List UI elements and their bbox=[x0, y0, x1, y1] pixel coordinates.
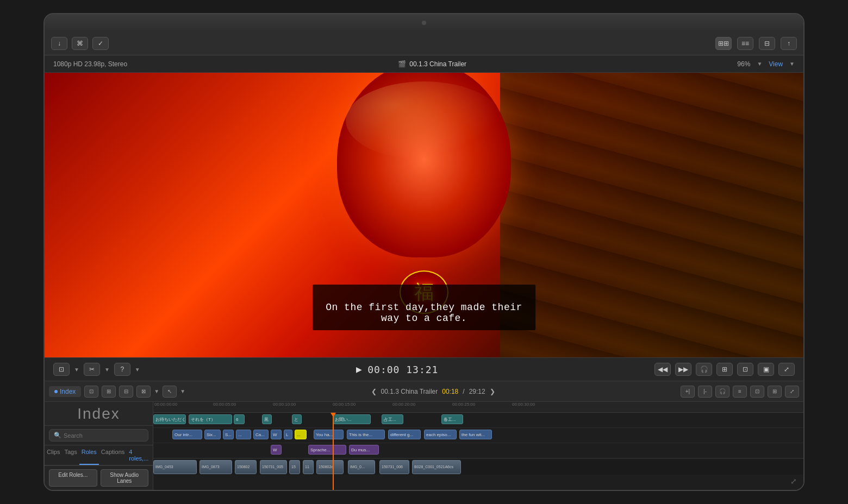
view-button[interactable]: View bbox=[769, 60, 783, 68]
insert-button[interactable]: ⊟ bbox=[119, 386, 133, 398]
zoom-fit-icon[interactable]: ⊡ bbox=[737, 363, 753, 376]
clip-block[interactable]: 占工... bbox=[382, 414, 403, 424]
media-clip[interactable]: 150731_006 bbox=[379, 460, 409, 474]
list-view-button[interactable]: ≡≡ bbox=[737, 37, 753, 50]
clip-block[interactable]: お待ちいただく... bbox=[153, 414, 186, 424]
grid-view-button[interactable]: ⊞⊞ bbox=[715, 37, 732, 50]
clip-appear-button[interactable]: ⊡ bbox=[750, 386, 764, 398]
headphone-icon[interactable]: 🎧 bbox=[696, 363, 712, 376]
check-button[interactable]: ✓ bbox=[92, 37, 109, 50]
clip-block[interactable]: different g... bbox=[388, 430, 421, 439]
video-preview: 福 On the first day,they made their way t… bbox=[45, 73, 803, 357]
download-button[interactable]: ↓ bbox=[51, 37, 67, 50]
clip-block[interactable]: This is the... bbox=[347, 430, 385, 439]
chevron-down-icon: ▼ bbox=[757, 61, 762, 67]
media-clips-row: IMG_0453 IMG_0873 150802 150731_005 15 1… bbox=[153, 458, 803, 475]
playback-center: ▶ 00:00 13:21 bbox=[356, 364, 438, 375]
audio-right-icon[interactable]: ▶▶ bbox=[675, 363, 691, 376]
channel-button[interactable]: ≡ bbox=[733, 386, 747, 398]
lantern-body bbox=[337, 73, 511, 257]
timeline-prev-icon[interactable]: ❮ bbox=[371, 388, 377, 395]
search-input[interactable] bbox=[64, 432, 144, 439]
clip-block[interactable]: それを（T） bbox=[189, 414, 232, 424]
index-title: Index bbox=[45, 402, 153, 426]
zoom-level: 96% bbox=[737, 60, 750, 68]
clip-block[interactable]: お聞い... bbox=[333, 414, 371, 424]
index-button[interactable]: Index bbox=[49, 386, 81, 397]
clip-block[interactable]: Our intr... bbox=[172, 430, 202, 439]
share-icon: ↑ bbox=[787, 40, 790, 47]
tab-roles[interactable]: Roles bbox=[79, 445, 99, 465]
clip-block[interactable]: Six... bbox=[204, 430, 221, 439]
trim-icon: ✂ bbox=[89, 366, 95, 373]
timecode-ruler: 00:00:00:00 00:00:05:00 00:00:10:00 00:0… bbox=[153, 402, 803, 413]
media-clip[interactable]: 150802c bbox=[316, 460, 344, 474]
video-format: 1080p HD 23.98p, Stereo bbox=[53, 60, 127, 68]
subtitle-text: On the first day,they made their way to … bbox=[326, 302, 522, 324]
connect-button[interactable]: ⊠ bbox=[136, 386, 151, 398]
track-clips-english: Our intr... Six... S... ... Ca... W L ..… bbox=[153, 428, 803, 443]
lantern bbox=[337, 73, 511, 279]
pointer-button[interactable]: ↖ bbox=[163, 386, 177, 398]
trim-button[interactable]: ✂ bbox=[84, 363, 100, 376]
audio-button[interactable]: 🎧 bbox=[715, 386, 729, 398]
clip-block[interactable]: Ca... bbox=[253, 430, 269, 439]
fullscreen-icon[interactable]: ⤢ bbox=[778, 363, 795, 376]
sliders-button[interactable]: ⊟ bbox=[759, 37, 775, 50]
media-clip[interactable]: 150802 bbox=[235, 460, 257, 474]
clip-block[interactable]: W bbox=[271, 430, 282, 439]
zoom-out-button[interactable]: |- bbox=[698, 386, 712, 398]
timeline-clip-name: 00.1.3 China Trailer bbox=[381, 388, 438, 395]
timeline-toolbar: Index ⊡ ⊞ ⊟ ⊠ ▼ ↖ ▼ ❮ 00.1.3 China Trail… bbox=[45, 381, 803, 402]
film-icon: 🎬 bbox=[398, 60, 406, 68]
clip-block[interactable]: 6 bbox=[234, 414, 245, 424]
ruler-mark-3: 00:00:15:00 bbox=[333, 402, 356, 407]
media-clip[interactable]: IMG_0... bbox=[348, 460, 375, 474]
fullscreen-tl-button[interactable]: ⤢ bbox=[785, 386, 799, 398]
laptop-shell: ↓ ⌘ ✓ ⊞⊞ ≡≡ ⊟ ↑ bbox=[43, 13, 805, 491]
media-clip[interactable]: IMG_0453 bbox=[153, 460, 197, 474]
ruler-mark-2: 00:00:10:00 bbox=[273, 402, 296, 407]
clip-block[interactable]: S... bbox=[223, 430, 234, 439]
clip-icon[interactable]: ▣ bbox=[758, 363, 774, 376]
media-clip[interactable]: B028_C001_0521A6cs bbox=[412, 460, 461, 474]
timeline-current-time: 00:18 bbox=[442, 388, 458, 395]
tab-clips[interactable]: Clips bbox=[45, 445, 62, 465]
edit-roles-button[interactable]: Edit Roles... bbox=[49, 469, 97, 487]
ruler-mark-5: 00:00:25:00 bbox=[452, 402, 475, 407]
timeline-next-icon[interactable]: ❯ bbox=[490, 388, 495, 395]
clip-block[interactable]: Du mus... bbox=[349, 445, 379, 455]
auto-fit-button[interactable]: ⊞ bbox=[768, 386, 782, 398]
split-icon[interactable]: ⊞ bbox=[716, 363, 733, 376]
clip-block[interactable]: You ha... bbox=[314, 430, 344, 439]
tab-tags[interactable]: Tags bbox=[62, 445, 79, 465]
clip-block[interactable]: 黒 bbox=[262, 414, 272, 424]
expand-icon[interactable]: ⤢ bbox=[790, 477, 797, 486]
audio-left-icon[interactable]: ◀◀ bbox=[654, 363, 671, 376]
clip-block[interactable]: each episo... bbox=[424, 430, 457, 439]
clip-block[interactable]: Sprache... bbox=[308, 445, 346, 455]
clip-block[interactable]: L bbox=[284, 430, 292, 439]
clip-block-highlight[interactable]: ... bbox=[295, 430, 307, 439]
share-button[interactable]: ↑ bbox=[781, 37, 797, 50]
chevron-tl-icon: ▼ bbox=[154, 388, 159, 394]
show-audio-lanes-button[interactable]: Show Audio Lanes bbox=[101, 469, 149, 487]
media-clip[interactable]: 150731_005 bbox=[260, 460, 287, 474]
media-clip[interactable]: 11 bbox=[303, 460, 314, 474]
play-icon: ▶ bbox=[356, 365, 362, 374]
append-button[interactable]: ⊞ bbox=[102, 386, 116, 398]
media-clip[interactable]: IMG_0873 bbox=[199, 460, 232, 474]
clip-block[interactable]: W bbox=[271, 445, 282, 455]
clip-block[interactable]: 各工... bbox=[441, 414, 463, 424]
snapshot-button[interactable]: ⊡ bbox=[84, 386, 98, 398]
key-button[interactable]: ⌘ bbox=[72, 37, 88, 50]
view-mode-button[interactable]: ⊡ bbox=[53, 363, 70, 376]
playback-right: ◀◀ ▶▶ 🎧 ⊞ ⊡ ▣ ⤢ bbox=[654, 363, 795, 376]
zoom-in-button[interactable]: +| bbox=[681, 386, 695, 398]
media-clip[interactable]: 15 bbox=[289, 460, 300, 474]
clip-block[interactable]: と bbox=[292, 414, 302, 424]
clip-block[interactable]: ... bbox=[236, 430, 251, 439]
tab-captions[interactable]: Captions bbox=[99, 445, 127, 465]
clip-block[interactable]: the fun wit... bbox=[459, 430, 492, 439]
help-button[interactable]: ? bbox=[114, 363, 130, 376]
